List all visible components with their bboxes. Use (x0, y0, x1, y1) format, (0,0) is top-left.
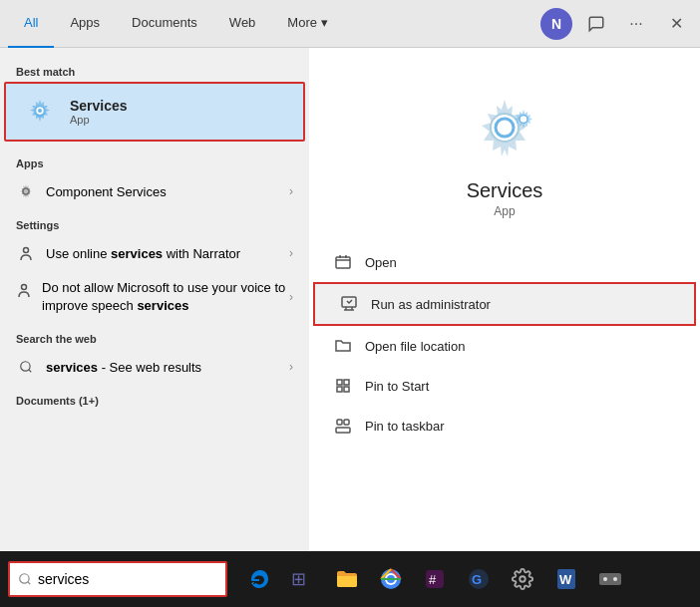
file-explorer-icon[interactable] (327, 559, 367, 599)
top-bar: All Apps Documents Web More ▾ N ··· ✕ (0, 0, 700, 48)
chrome-icon[interactable] (371, 559, 411, 599)
pin-start-icon (333, 376, 353, 396)
app-type: App (494, 204, 515, 218)
pin-to-start-label: Pin to Start (365, 379, 429, 394)
slack-icon[interactable]: # (415, 559, 455, 599)
svg-text:W: W (559, 572, 572, 587)
action-list: Open Run as administrator (309, 242, 700, 446)
svg-text:⊞: ⊞ (291, 569, 306, 589)
best-match-label: Best match (0, 60, 309, 82)
top-bar-right: N ··· ✕ (540, 8, 692, 40)
open-action[interactable]: Open (309, 242, 700, 282)
tab-documents[interactable]: Documents (116, 0, 213, 48)
best-match-title: Services (70, 98, 128, 114)
right-panel: Services App Open (309, 48, 700, 551)
search-bar[interactable] (8, 561, 227, 597)
close-icon[interactable]: ✕ (660, 8, 692, 40)
pin-to-taskbar-action[interactable]: Pin to taskbar (309, 406, 700, 446)
voice-icon (16, 281, 32, 301)
voice-label: Do not allow Microsoft to use your voice… (42, 279, 289, 315)
svg-point-33 (603, 577, 607, 581)
svg-point-6 (21, 362, 30, 371)
settings-voice-item[interactable]: Do not allow Microsoft to use your voice… (0, 271, 309, 323)
list-item[interactable]: Component Services › (0, 173, 309, 209)
services-icon (22, 94, 58, 130)
best-match-item[interactable]: Services App (4, 82, 305, 142)
svg-rect-16 (344, 387, 349, 392)
svg-point-2 (38, 109, 42, 113)
svg-point-30 (520, 576, 525, 582)
pin-to-start-action[interactable]: Pin to Start (309, 366, 700, 406)
search-web-label: Search the web (0, 327, 309, 349)
admin-icon (339, 294, 359, 314)
svg-point-4 (24, 248, 29, 253)
best-match-sub: App (70, 114, 128, 126)
settings-label: Settings (0, 213, 309, 235)
settings-narrator-item[interactable]: Use online services with Narrator › (0, 235, 309, 271)
chevron-right-icon: › (289, 246, 293, 260)
svg-point-5 (22, 285, 27, 290)
chevron-right-icon: › (289, 360, 293, 374)
search-web-icon (16, 357, 36, 377)
svg-point-20 (20, 574, 29, 583)
taskbar: ⊞ # (0, 551, 700, 607)
narrator-icon (16, 243, 36, 263)
svg-line-7 (29, 370, 32, 373)
app-name: Services (467, 179, 543, 202)
open-icon (333, 252, 353, 272)
edge-icon[interactable] (239, 559, 279, 599)
tab-web[interactable]: Web (213, 0, 272, 48)
web-search-item[interactable]: services - See web results › (0, 349, 309, 385)
search-icon (18, 572, 32, 586)
word-icon[interactable]: W (546, 559, 586, 599)
svg-text:#: # (429, 572, 437, 587)
svg-line-21 (28, 582, 31, 585)
run-as-admin-label: Run as administrator (371, 297, 491, 312)
game-icon[interactable] (590, 559, 630, 599)
svg-rect-19 (344, 420, 349, 425)
settings-taskbar-icon[interactable] (503, 559, 542, 599)
open-file-location-label: Open file location (365, 339, 465, 354)
tab-all[interactable]: All (8, 0, 54, 48)
pin-to-taskbar-label: Pin to taskbar (365, 419, 445, 434)
component-services-icon (16, 181, 36, 201)
pin-taskbar-icon (333, 416, 353, 436)
best-match-text: Services App (70, 98, 128, 126)
tab-apps[interactable]: Apps (54, 0, 116, 48)
svg-rect-11 (336, 257, 350, 268)
svg-rect-14 (344, 380, 349, 385)
folder-icon (333, 336, 353, 356)
more-options-icon[interactable]: ··· (620, 8, 652, 40)
avatar: N (540, 8, 572, 40)
apps-label: Apps (0, 152, 309, 173)
chat-icon[interactable] (580, 8, 612, 40)
taskbar-icons: ⊞ # (239, 559, 630, 599)
component-services-label: Component Services (46, 184, 167, 199)
chevron-right-icon: › (289, 184, 293, 198)
svg-rect-13 (337, 380, 342, 385)
tab-more[interactable]: More ▾ (271, 0, 343, 48)
left-panel: Best match Services App Apps (0, 48, 309, 551)
svg-point-34 (613, 577, 617, 581)
run-as-admin-action[interactable]: Run as administrator (313, 282, 696, 326)
narrator-label: Use online services with Narrator (46, 246, 240, 261)
svg-point-10 (520, 116, 527, 124)
app-large-icon (465, 88, 544, 167)
documents-label: Documents (1+) (0, 389, 309, 411)
main-content: Best match Services App Apps (0, 48, 700, 551)
chevron-right-icon: › (289, 290, 293, 304)
svg-rect-17 (336, 428, 350, 433)
svg-rect-15 (337, 387, 342, 392)
search-input[interactable] (38, 571, 217, 587)
web-search-label: services - See web results (46, 360, 201, 375)
open-label: Open (365, 255, 397, 270)
svg-rect-18 (337, 420, 342, 425)
svg-text:G: G (472, 572, 482, 587)
open-file-location-action[interactable]: Open file location (309, 326, 700, 366)
teams-icon[interactable]: ⊞ (283, 559, 323, 599)
google-icon[interactable]: G (459, 559, 499, 599)
